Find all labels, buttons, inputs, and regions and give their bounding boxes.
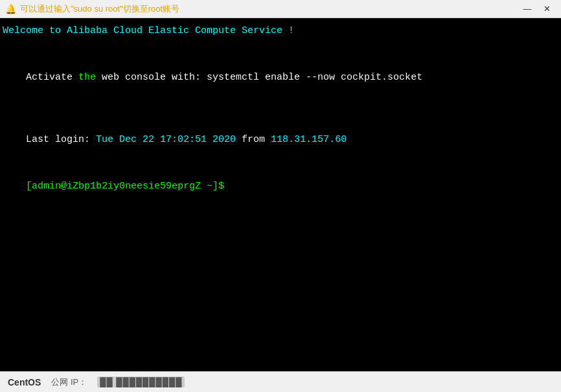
title-bar-controls: — ✕ (518, 2, 556, 16)
terminal-line-prompt: [admin@iZbp1b2iy0neesie59eprgZ ~]$ (3, 163, 558, 210)
status-ip-value: ██ ██████████ (97, 376, 185, 387)
prompt-cursor (224, 181, 230, 192)
lastlogin-prefix: Last login: (26, 134, 96, 145)
activate-prefix: Activate (26, 72, 78, 83)
close-button[interactable]: ✕ (538, 2, 556, 16)
lastlogin-from: from (236, 134, 271, 145)
title-bar: 🔔 可以通过输入"sudo su root"切换至root账号 — ✕ (0, 0, 561, 18)
status-bar: CentOS 公网 IP： ██ ██████████ (0, 371, 561, 392)
bell-icon: 🔔 (5, 4, 16, 14)
terminal-line-blank2 (3, 101, 558, 117)
terminal-line-activate: Activate the web console with: systemctl… (3, 54, 558, 101)
lastlogin-ip: 118.31.157.60 (271, 134, 347, 145)
title-bar-left: 🔔 可以通过输入"sudo su root"切换至root账号 (5, 3, 179, 15)
prompt-user: [admin@iZbp1b2iy0neesie59eprgZ ~]$ (26, 181, 224, 192)
terminal-line-blank1 (3, 39, 558, 54)
activate-suffix: web console with: systemctl enable --now… (96, 72, 422, 83)
lastlogin-timestamp: Tue Dec 22 17:02:51 2020 (96, 134, 236, 145)
terminal-line-lastlogin: Last login: Tue Dec 22 17:02:51 2020 fro… (3, 117, 558, 163)
terminal-line-welcome: Welcome to Alibaba Cloud Elastic Compute… (3, 23, 558, 39)
title-bar-notice: 可以通过输入"sudo su root"切换至root账号 (20, 3, 179, 15)
status-os: CentOS (8, 377, 41, 387)
status-ip-label: 公网 IP： (51, 376, 87, 388)
minimize-button[interactable]: — (518, 2, 536, 16)
activate-keyword: the (78, 72, 96, 83)
terminal-area[interactable]: Welcome to Alibaba Cloud Elastic Compute… (0, 18, 561, 371)
